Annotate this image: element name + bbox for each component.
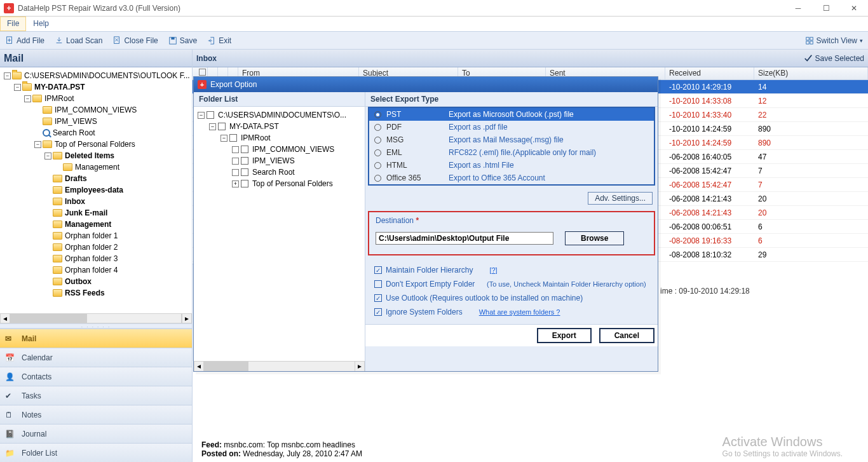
destination-input[interactable] xyxy=(376,232,553,245)
add-file-label: Add File xyxy=(17,36,44,45)
help-link[interactable]: [?] xyxy=(489,266,497,274)
system-folders-link[interactable]: What are system folders ? xyxy=(479,308,560,316)
tree-drafts[interactable]: Drafts xyxy=(64,173,87,184)
search-icon xyxy=(43,129,50,137)
titlebar: + DataHelp PST Repair Wizard v3.0 (Full … xyxy=(0,0,868,17)
inbox-header: Inbox Save Selected xyxy=(193,50,868,67)
cell-received: -10-2010 14:33:08 xyxy=(665,97,754,105)
nav-mail[interactable]: ✉Mail xyxy=(0,329,192,348)
format-desc: Export as Mail Message(.msg) file xyxy=(449,135,564,144)
expand-toggle[interactable]: − xyxy=(44,153,51,160)
destination-label: Destination xyxy=(376,216,414,225)
opt-empty[interactable]: Don't Export Empty Folder (To use, Unche… xyxy=(374,280,649,289)
export-tree-top[interactable]: Top of Personal Folders xyxy=(252,178,333,189)
close-file-button[interactable]: Close File xyxy=(107,32,163,50)
folder-icon xyxy=(43,118,52,125)
opt-outlook[interactable]: ✓Use Outlook (Requires outlook to be ins… xyxy=(374,294,649,302)
pane-resize-grip[interactable]: · · · · · · xyxy=(0,323,192,329)
checkbox-icon: ✓ xyxy=(374,308,382,316)
col-received[interactable]: Received xyxy=(665,67,754,79)
nav-contacts[interactable]: 👤Contacts xyxy=(0,367,192,386)
folder-icon xyxy=(53,289,62,297)
export-folder-tree[interactable]: −C:\USERS\ADMIN\DOCUMENTS\O... −MY-DATA.… xyxy=(194,107,365,361)
export-button[interactable]: Export xyxy=(537,328,592,343)
export-format-eml[interactable]: EML RFC822 (.eml) file.(Applicable only … xyxy=(369,146,654,159)
minimize-button[interactable]: ─ xyxy=(784,0,812,17)
tree-top[interactable]: Top of Personal Folders xyxy=(53,139,135,150)
nav-folder-list[interactable]: 📁Folder List xyxy=(0,443,192,462)
horizontal-scrollbar[interactable]: ◂▸ xyxy=(0,313,192,323)
adv-settings-button[interactable]: Adv. Settings... xyxy=(588,192,653,205)
tree-common-views[interactable]: IPM_COMMON_VIEWS xyxy=(53,104,137,116)
tree-orphan2[interactable]: Orphan folder 2 xyxy=(64,241,118,253)
nav-calendar[interactable]: 📅Calendar xyxy=(0,348,192,367)
notes-icon: 🗒 xyxy=(5,411,17,419)
col-size[interactable]: Size(KB) xyxy=(754,67,868,79)
export-format-pdf[interactable]: PDF Export as .pdf file xyxy=(369,121,654,133)
folder-icon xyxy=(43,140,52,148)
export-tree-views[interactable]: IPM_VIEWS xyxy=(252,155,295,166)
folder-icon xyxy=(53,198,62,205)
tree-orphan3[interactable]: Orphan folder 3 xyxy=(64,253,118,264)
tree-orphan4[interactable]: Orphan folder 4 xyxy=(64,264,118,276)
opt-hierarchy[interactable]: ✓Maintain Folder Hierarchy[?] xyxy=(374,266,649,275)
save-selected-button[interactable]: Save Selected xyxy=(804,54,864,63)
format-name: EML xyxy=(386,148,444,157)
tree-orphan1[interactable]: Orphan folder 1 xyxy=(64,230,118,241)
expand-toggle[interactable]: − xyxy=(24,95,31,102)
folder-icon xyxy=(53,186,62,194)
tree-pst[interactable]: MY-DATA.PST xyxy=(33,81,85,93)
expand-toggle[interactable]: − xyxy=(34,141,41,148)
tree-deleted[interactable]: Deleted Items xyxy=(64,150,114,161)
add-file-button[interactable]: Add File xyxy=(0,32,50,50)
export-tree-search[interactable]: Search Root xyxy=(252,166,295,178)
expand-toggle[interactable]: − xyxy=(14,84,21,91)
tree-management[interactable]: Management xyxy=(64,219,111,230)
export-tree-root[interactable]: C:\USERS\ADMIN\DOCUMENTS\O... xyxy=(218,109,346,121)
export-tree-cv[interactable]: IPM_COMMON_VIEWS xyxy=(252,144,334,155)
menu-file[interactable]: File xyxy=(0,17,26,31)
switch-view-button[interactable]: Switch View ▾ xyxy=(800,32,868,50)
exit-button[interactable]: Exit xyxy=(202,32,236,50)
save-button[interactable]: Save xyxy=(163,32,202,50)
cell-received: -06-2008 14:21:43 xyxy=(665,194,754,203)
tree-search-root[interactable]: Search Root xyxy=(51,127,95,139)
folder-tree[interactable]: −C:\USERS\ADMIN\DOCUMENTS\OUTLOOK F... −… xyxy=(0,67,192,323)
close-button[interactable]: ✕ xyxy=(840,0,868,17)
cell-size: 47 xyxy=(754,153,868,161)
export-format-html[interactable]: HTML Export as .html File xyxy=(369,159,654,172)
export-format-office-365[interactable]: Office 365 Export to Office 365 Account xyxy=(369,172,654,184)
folder-icon xyxy=(63,163,72,171)
nav-tasks[interactable]: ✔Tasks xyxy=(0,386,192,405)
tree-root[interactable]: C:\USERS\ADMIN\DOCUMENTS\OUTLOOK F... xyxy=(23,70,190,81)
menu-help[interactable]: Help xyxy=(26,17,56,31)
folder-icon xyxy=(43,106,52,114)
save-label: Save xyxy=(180,36,197,45)
expand-toggle[interactable]: − xyxy=(4,72,11,79)
dialog-titlebar[interactable]: + Export Option xyxy=(194,77,658,92)
cancel-button[interactable]: Cancel xyxy=(599,328,654,343)
cell-received: -08-2008 19:16:33 xyxy=(665,236,754,245)
nav-notes[interactable]: 🗒Notes xyxy=(0,405,192,424)
maximize-button[interactable]: ☐ xyxy=(812,0,840,17)
nav-journal[interactable]: 📓Journal xyxy=(0,424,192,443)
journal-icon: 📓 xyxy=(5,430,17,438)
tree-junk[interactable]: Junk E-mail xyxy=(64,207,107,219)
radio-icon xyxy=(374,175,381,182)
dialog-tree-scrollbar[interactable]: ◂▸ xyxy=(194,361,365,371)
tree-inbox[interactable]: Inbox xyxy=(64,196,85,207)
dialog-buttons: Export Cancel xyxy=(365,324,658,346)
tree-ipmroot[interactable]: IPMRoot xyxy=(43,93,74,104)
tree-rss[interactable]: RSS Feeds xyxy=(64,287,105,299)
load-scan-button[interactable]: Load Scan xyxy=(50,32,107,50)
opt-system[interactable]: ✓Ignore System FoldersWhat are system fo… xyxy=(374,308,649,316)
export-tree-pst[interactable]: MY-DATA.PST xyxy=(229,121,279,132)
browse-button[interactable]: Browse xyxy=(565,231,624,245)
tree-management-sub[interactable]: Management xyxy=(74,161,119,173)
export-tree-ipmroot[interactable]: IPMRoot xyxy=(241,132,271,144)
export-format-pst[interactable]: PST Export as Microsoft Outlook (.pst) f… xyxy=(369,108,654,121)
tree-views[interactable]: IPM_VIEWS xyxy=(53,116,97,127)
tree-employees[interactable]: Employees-data xyxy=(64,184,123,196)
export-format-msg[interactable]: MSG Export as Mail Message(.msg) file xyxy=(369,133,654,146)
tree-outbox[interactable]: Outbox xyxy=(64,276,92,287)
